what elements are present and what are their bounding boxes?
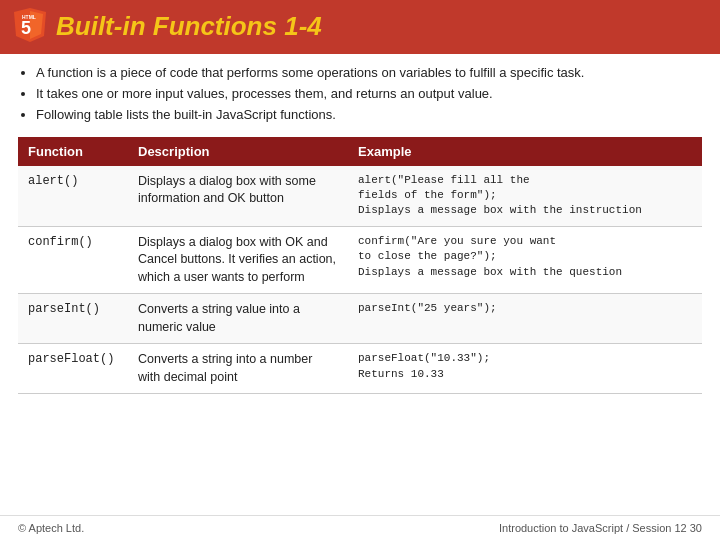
svg-text:5: 5 <box>21 18 31 38</box>
cell-example: parseInt("25 years"); <box>348 294 702 344</box>
bullet-2: It takes one or more input values, proce… <box>36 85 702 103</box>
table-row: confirm()Displays a dialog box with OK a… <box>18 226 702 294</box>
cell-function: alert() <box>18 166 128 227</box>
col-example: Example <box>348 137 702 166</box>
page-title: Built-in Functions 1-4 <box>56 11 322 42</box>
table-row: alert()Displays a dialog box with some i… <box>18 166 702 227</box>
footer-right: Introduction to JavaScript / Session 12 … <box>499 522 702 534</box>
main-content: A function is a piece of code that perfo… <box>0 54 720 402</box>
intro-bullets: A function is a piece of code that perfo… <box>18 64 702 125</box>
cell-function: parseFloat() <box>18 344 128 394</box>
col-function: Function <box>18 137 128 166</box>
table-row: parseInt()Converts a string value into a… <box>18 294 702 344</box>
html5-shield-icon: HTML 5 <box>14 8 46 44</box>
table-row: parseFloat()Converts a string into a num… <box>18 344 702 394</box>
functions-table: Function Description Example alert()Disp… <box>18 137 702 395</box>
table-header-row: Function Description Example <box>18 137 702 166</box>
cell-example: confirm("Are you sure you want to close … <box>348 226 702 294</box>
html5-logo-wrap: HTML 5 <box>14 8 46 44</box>
cell-function: confirm() <box>18 226 128 294</box>
page-footer: © Aptech Ltd. Introduction to JavaScript… <box>0 515 720 540</box>
bullet-3: Following table lists the built-in JavaS… <box>36 106 702 124</box>
cell-description: Displays a dialog box with some informat… <box>128 166 348 227</box>
cell-example: parseFloat("10.33"); Returns 10.33 <box>348 344 702 394</box>
cell-description: Converts a string value into a numeric v… <box>128 294 348 344</box>
cell-function: parseInt() <box>18 294 128 344</box>
cell-example: alert("Please fill all the fields of the… <box>348 166 702 227</box>
col-description: Description <box>128 137 348 166</box>
cell-description: Displays a dialog box with OK and Cancel… <box>128 226 348 294</box>
page-header: HTML 5 Built-in Functions 1-4 <box>0 0 720 54</box>
footer-left: © Aptech Ltd. <box>18 522 84 534</box>
cell-description: Converts a string into a number with dec… <box>128 344 348 394</box>
bullet-1: A function is a piece of code that perfo… <box>36 64 702 82</box>
